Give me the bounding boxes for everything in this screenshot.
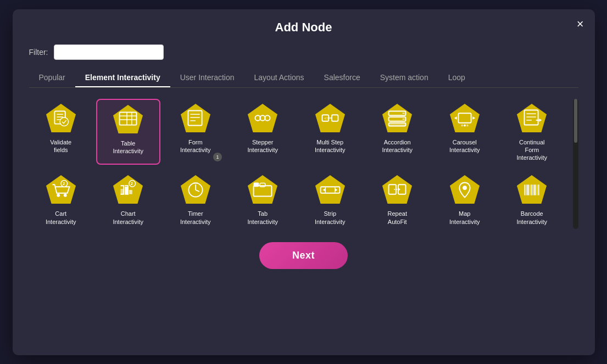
tab-interactivity-label: TabInteractivity [247, 210, 278, 226]
modal-title: Add Node [29, 20, 578, 35]
node-carousel-interactivity[interactable]: CarouselInteractivity [433, 99, 497, 165]
svg-point-40 [466, 124, 469, 126]
node-strip-interactivity[interactable]: StripInteractivity [298, 170, 363, 229]
node-continual-form-interactivity[interactable]: ContinualFormInteractivity [500, 99, 564, 165]
svg-point-49 [57, 194, 60, 197]
continual-form-interactivity-icon [516, 102, 548, 134]
validate-fields-label: Validatefields [50, 138, 71, 154]
node-accordion-interactivity[interactable]: AccordionInteractivity [365, 99, 430, 165]
footer: Next [29, 242, 578, 269]
node-tab-interactivity[interactable]: TabInteractivity [231, 170, 295, 229]
cart-interactivity-label: CartInteractivity [46, 210, 76, 226]
node-stepper-interactivity[interactable]: StepperInteractivity [231, 99, 295, 165]
svg-rect-66 [254, 183, 259, 187]
node-multi-step-interactivity[interactable]: <> Multi StepInteractivity [298, 99, 363, 165]
svg-point-39 [464, 124, 466, 126]
multi-step-interactivity-icon: <> [314, 102, 346, 134]
accordion-interactivity-icon [381, 102, 413, 134]
close-button[interactable]: × [577, 18, 584, 30]
svg-marker-12 [181, 103, 210, 132]
svg-marker-17 [248, 103, 277, 132]
tab-popular[interactable]: Popular [29, 69, 75, 87]
stepper-interactivity-label: StepperInteractivity [247, 138, 278, 154]
barcode-interactivity-icon [516, 173, 548, 205]
svg-point-50 [64, 194, 67, 197]
table-interactivity-label: TableInteractivity [113, 139, 143, 155]
carousel-interactivity-label: CarouselInteractivity [449, 138, 480, 154]
node-timer-interactivity[interactable]: TimerInteractivity [164, 170, 228, 229]
svg-point-80 [463, 186, 467, 191]
node-table-interactivity[interactable]: TableInteractivity [96, 99, 160, 165]
svg-rect-55 [125, 187, 128, 195]
node-cart-interactivity[interactable]: 2 CartInteractivity [29, 170, 93, 229]
chart-interactivity-label: ChartInteractivity [113, 210, 143, 226]
form-interactivity-icon [180, 102, 211, 134]
tab-interactivity-icon [247, 173, 279, 205]
scrollbar-thumb [574, 99, 577, 143]
svg-marker-0 [46, 103, 76, 132]
chart-interactivity-icon: 2 [112, 173, 144, 205]
svg-text:<>: <> [324, 115, 330, 120]
table-interactivity-icon [112, 103, 144, 135]
modal: Add Node × Filter: Popular Element Inter… [13, 9, 595, 355]
node-chart-interactivity[interactable]: 2 ChartInteractivity [96, 170, 160, 229]
svg-rect-54 [121, 189, 124, 194]
svg-rect-31 [389, 122, 406, 126]
nodes-grid: Validatefields TableInteractivity [29, 99, 564, 229]
timer-interactivity-label: TimerInteractivity [180, 210, 211, 226]
continual-form-interactivity-label: ContinualFormInteractivity [516, 138, 547, 162]
svg-marker-6 [113, 104, 143, 133]
carousel-interactivity-icon [449, 102, 481, 134]
tab-loop[interactable]: Loop [438, 69, 475, 87]
svg-marker-68 [315, 175, 345, 204]
form-interactivity-label: FormInteractivity [180, 138, 211, 154]
scrollbar[interactable] [573, 99, 578, 229]
strip-interactivity-label: StripInteractivity [315, 210, 346, 226]
svg-point-38 [461, 124, 463, 126]
validate-fields-icon [45, 102, 77, 134]
svg-text:2: 2 [131, 182, 133, 187]
node-validate-fields[interactable]: Validatefields [29, 99, 93, 165]
repeat-autofit-label: RepeatAutoFit [388, 210, 407, 226]
tab-layout-actions[interactable]: Layout Actions [244, 69, 314, 87]
form-interactivity-badge: 1 [213, 153, 222, 161]
stepper-interactivity-icon [247, 102, 279, 134]
timer-interactivity-icon [180, 173, 211, 205]
map-interactivity-label: MapInteractivity [449, 210, 480, 226]
node-map-interactivity[interactable]: MapInteractivity [433, 170, 497, 229]
accordion-interactivity-label: AccordionInteractivity [382, 138, 413, 154]
filter-label: Filter: [29, 48, 48, 57]
node-barcode-interactivity[interactable]: BarcodeInteractivity [500, 170, 564, 229]
svg-marker-48 [46, 175, 76, 204]
node-form-interactivity[interactable]: FormInteractivity 1 [164, 99, 228, 165]
content-area: Validatefields TableInteractivity [29, 99, 578, 229]
svg-marker-64 [248, 175, 277, 204]
node-repeat-autofit[interactable]: RepeatAutoFit [365, 170, 430, 229]
strip-interactivity-icon [314, 173, 346, 205]
next-button[interactable]: Next [259, 242, 348, 269]
filter-row: Filter: [29, 44, 578, 60]
barcode-interactivity-label: BarcodeInteractivity [516, 210, 547, 226]
svg-rect-56 [129, 190, 132, 194]
filter-input[interactable] [54, 44, 164, 60]
svg-point-5 [60, 117, 68, 126]
repeat-autofit-icon [381, 173, 413, 205]
cart-interactivity-icon: 2 [45, 173, 77, 205]
multi-step-interactivity-label: Multi StepInteractivity [315, 138, 346, 154]
nodes-grid-area: Validatefields TableInteractivity [29, 99, 569, 229]
svg-marker-28 [382, 103, 412, 132]
tab-system-action[interactable]: System action [370, 69, 438, 87]
tabs: Popular Element Interactivity User Inter… [29, 69, 578, 88]
tab-element-interactivity[interactable]: Element Interactivity [75, 69, 170, 87]
tab-user-interaction[interactable]: User Interaction [170, 69, 244, 87]
tab-salesforce[interactable]: Salesforce [314, 69, 370, 87]
svg-marker-41 [517, 103, 547, 132]
svg-text:2: 2 [63, 182, 65, 187]
map-interactivity-icon [449, 173, 481, 205]
svg-marker-34 [450, 103, 480, 132]
